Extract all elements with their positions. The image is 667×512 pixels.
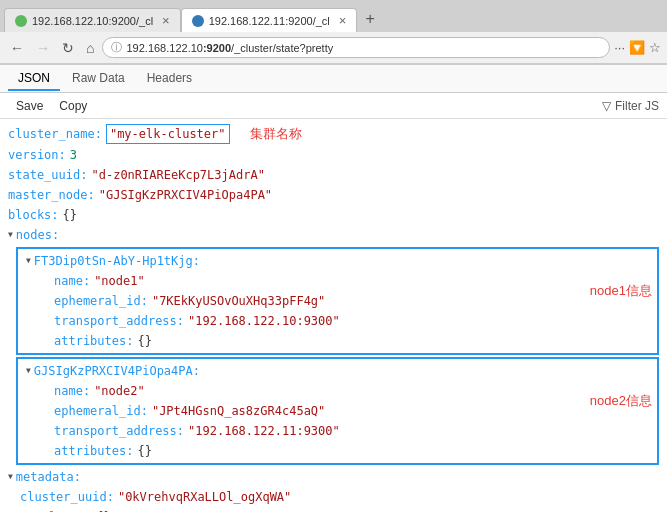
- address-bar[interactable]: ⓘ 192.168.122.10:9200/_cluster/state?pre…: [102, 37, 610, 58]
- cluster-annotation: 集群名称: [250, 125, 302, 143]
- cluster-uuid-row: cluster_uuid: "0kVrehvqRXaLLOl_ogXqWA": [0, 487, 667, 507]
- templates-value: {}: [96, 508, 110, 512]
- state-uuid-value: "d-z0nRIAREeKcp7L3jAdrA": [91, 166, 264, 184]
- cluster-name-key: cluster_name:: [8, 125, 102, 143]
- node2-name-row: name: "node2": [18, 381, 657, 401]
- templates-row: templates: {}: [0, 507, 667, 512]
- version-value: 3: [70, 146, 77, 164]
- node1-annotation: node1信息: [590, 282, 652, 300]
- tab-json[interactable]: JSON: [8, 67, 60, 91]
- node1-name-val: "node1": [94, 272, 145, 290]
- new-tab-button[interactable]: +: [357, 6, 382, 32]
- json-content: cluster_name: "my-elk-cluster" 集群名称 vers…: [0, 119, 667, 512]
- tab-2[interactable]: 192.168.122.11:9200/_cl ×: [181, 8, 358, 32]
- node2-ephemeral-val: "JPt4HGsnQ_as8zGR4c45aQ": [152, 402, 325, 420]
- node1-attributes-key: attributes:: [54, 332, 133, 350]
- secure-icon: ⓘ: [111, 40, 122, 55]
- filter-area[interactable]: ▽ Filter JS: [602, 99, 659, 113]
- node1-transport-row: transport_address: "192.168.122.10:9300": [18, 311, 657, 331]
- tab1-text: 192.168.122.10:9200/_cl: [32, 15, 153, 27]
- home-button[interactable]: ⌂: [82, 38, 98, 58]
- nodes-row: ▼ nodes:: [0, 225, 667, 245]
- tab-headers[interactable]: Headers: [137, 67, 202, 91]
- save-button[interactable]: Save: [8, 97, 51, 115]
- bookmark-icon[interactable]: ☆: [649, 40, 661, 55]
- copy-button[interactable]: Copy: [51, 97, 95, 115]
- tab1-favicon: [15, 15, 27, 27]
- address-bar-row: ← → ↻ ⌂ ⓘ 192.168.122.10:9200/_cluster/s…: [0, 32, 667, 64]
- toolbar: Save Copy ▽ Filter JS: [0, 93, 667, 119]
- metadata-row: ▼ metadata:: [0, 467, 667, 487]
- nodes-key: nodes:: [16, 226, 59, 244]
- tab2-favicon: [192, 15, 204, 27]
- tab-rawdata[interactable]: Raw Data: [62, 67, 135, 91]
- version-row: version: 3: [0, 145, 667, 165]
- cluster-name-row: cluster_name: "my-elk-cluster" 集群名称: [0, 123, 667, 145]
- cluster-uuid-key: cluster_uuid:: [20, 488, 114, 506]
- address-path: /_cluster/state?pretty: [231, 42, 333, 54]
- address-text: 192.168.122.10:9200/_cluster/state?prett…: [126, 42, 601, 54]
- node2-ephemeral-key: ephemeral_id:: [54, 402, 148, 420]
- filter-label: Filter JS: [615, 99, 659, 113]
- node2-ephemeral-row: ephemeral_id: "JPt4HGsnQ_as8zGR4c45aQ": [18, 401, 657, 421]
- download-icon[interactable]: 🔽: [629, 40, 645, 55]
- tab2-close[interactable]: ×: [339, 13, 347, 28]
- node1-box: ▼ FT3Dip0tSn-AbY-Hp1tKjg: name: "node1" …: [16, 247, 659, 355]
- blocks-key: blocks:: [8, 206, 59, 224]
- node2-id: GJSIgKzPRXCIV4PiOpa4PA:: [34, 362, 200, 380]
- node2-transport-key: transport_address:: [54, 422, 184, 440]
- metadata-triangle: ▼: [8, 468, 13, 486]
- browser-chrome: 192.168.122.10:9200/_cl × 192.168.122.11…: [0, 0, 667, 65]
- node1-attributes-row: attributes: {}: [18, 331, 657, 351]
- node1-name-key: name:: [54, 272, 90, 290]
- node1-ephemeral-key: ephemeral_id:: [54, 292, 148, 310]
- master-node-row: master_node: "GJSIgKzPRXCIV4PiOpa4PA": [0, 185, 667, 205]
- node1-ephemeral-val: "7KEkKyUSOvOuXHq33pFF4g": [152, 292, 325, 310]
- node2-box: ▼ GJSIgKzPRXCIV4PiOpa4PA: name: "node2" …: [16, 357, 659, 465]
- node2-name-val: "node2": [94, 382, 145, 400]
- tab-bar: 192.168.122.10:9200/_cl × 192.168.122.11…: [0, 0, 667, 32]
- master-node-key: master_node:: [8, 186, 95, 204]
- version-key: version:: [8, 146, 66, 164]
- node1-triangle: ▼: [26, 252, 31, 270]
- state-uuid-key: state_uuid:: [8, 166, 87, 184]
- tab2-text: 192.168.122.11:9200/_cl: [209, 15, 330, 27]
- node1-id-row: ▼ FT3Dip0tSn-AbY-Hp1tKjg:: [18, 251, 657, 271]
- node1-transport-val: "192.168.122.10:9300": [188, 312, 340, 330]
- node2-attributes-val: {}: [137, 442, 151, 460]
- node2-annotation: node2信息: [590, 392, 652, 410]
- refresh-button[interactable]: ↻: [58, 38, 78, 58]
- node1-transport-key: transport_address:: [54, 312, 184, 330]
- address-port: :9200: [203, 42, 231, 54]
- tab1-close[interactable]: ×: [162, 13, 170, 28]
- node2-triangle: ▼: [26, 362, 31, 380]
- node1-name-row: name: "node1": [18, 271, 657, 291]
- node2-transport-row: transport_address: "192.168.122.11:9300": [18, 421, 657, 441]
- nodes-triangle: ▼: [8, 226, 13, 244]
- cluster-name-value: "my-elk-cluster": [106, 124, 230, 144]
- node2-name-key: name:: [54, 382, 90, 400]
- blocks-value: {}: [63, 206, 77, 224]
- node2-attributes-row: attributes: {}: [18, 441, 657, 461]
- node2-attributes-key: attributes:: [54, 442, 133, 460]
- blocks-row: blocks: {}: [0, 205, 667, 225]
- cluster-uuid-value: "0kVrehvqRXaLLOl_ogXqWA": [118, 488, 291, 506]
- address-host: 192.168.122.10: [126, 42, 202, 54]
- node1-id: FT3Dip0tSn-AbY-Hp1tKjg:: [34, 252, 200, 270]
- devtools-tabs: JSON Raw Data Headers: [0, 65, 667, 93]
- back-button[interactable]: ←: [6, 38, 28, 58]
- node2-id-row: ▼ GJSIgKzPRXCIV4PiOpa4PA:: [18, 361, 657, 381]
- state-uuid-row: state_uuid: "d-z0nRIAREeKcp7L3jAdrA": [0, 165, 667, 185]
- tab-1[interactable]: 192.168.122.10:9200/_cl ×: [4, 8, 181, 32]
- filter-icon: ▽: [602, 99, 611, 113]
- node1-attributes-val: {}: [137, 332, 151, 350]
- forward-button[interactable]: →: [32, 38, 54, 58]
- master-node-value: "GJSIgKzPRXCIV4PiOpa4PA": [99, 186, 272, 204]
- metadata-key: metadata:: [16, 468, 81, 486]
- more-options-icon[interactable]: ···: [614, 40, 625, 55]
- node1-ephemeral-row: ephemeral_id: "7KEkKyUSOvOuXHq33pFF4g": [18, 291, 657, 311]
- node2-transport-val: "192.168.122.11:9300": [188, 422, 340, 440]
- templates-key: templates:: [20, 508, 92, 512]
